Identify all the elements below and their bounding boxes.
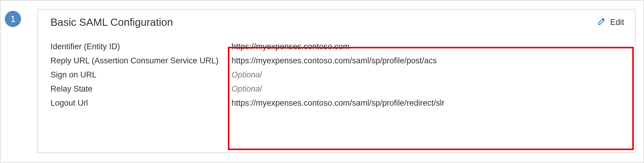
identifier-label: Identifier (Entity ID) (51, 41, 228, 53)
config-fields: Identifier (Entity ID) https://myexpense… (51, 41, 624, 109)
step-number: 1 (11, 14, 16, 24)
page-container: 1 Basic SAML Configuration Edit Identifi… (0, 0, 644, 163)
identifier-value: https://myexpenses.contoso.com (228, 41, 624, 53)
logout-url-label: Logout Url (51, 97, 228, 109)
logout-url-value: https://myexpenses.contoso.com/saml/sp/p… (228, 97, 624, 109)
card-header: Basic SAML Configuration Edit (51, 16, 624, 28)
edit-button[interactable]: Edit (597, 17, 624, 28)
card-title: Basic SAML Configuration (51, 16, 173, 28)
edit-button-label: Edit (610, 18, 624, 27)
step-number-badge: 1 (5, 11, 21, 27)
relay-state-value: Optional (228, 83, 624, 95)
sign-on-url-label: Sign on URL (51, 69, 228, 81)
pencil-icon (597, 17, 606, 28)
relay-state-label: Relay State (51, 83, 228, 95)
saml-config-card: Basic SAML Configuration Edit Identifier… (37, 9, 636, 153)
reply-url-label: Reply URL (Assertion Consumer Service UR… (51, 55, 228, 67)
sign-on-url-value: Optional (228, 69, 624, 81)
reply-url-value: https://myexpenses.contoso.com/saml/sp/p… (228, 55, 624, 67)
